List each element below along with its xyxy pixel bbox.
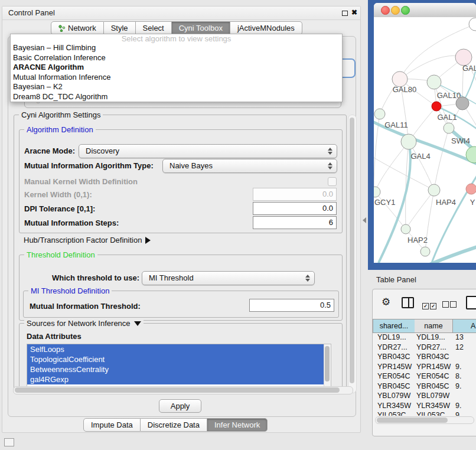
table-cell: YBL079W <box>377 391 410 401</box>
algorithm-option[interactable]: Bayesian – Hill Climbing <box>11 43 342 53</box>
split-columns-icon[interactable] <box>402 297 414 308</box>
mi-threshold-group: MI Threshold Definition Mutual Informati… <box>23 291 339 318</box>
table-row[interactable]: YDL19...YDL19...13 <box>373 332 476 343</box>
algorithm-option-selected[interactable]: ARACNE Algorithm <box>11 63 342 73</box>
network-node-label: GAL <box>462 64 476 73</box>
network-window-titlebar[interactable] <box>374 3 476 18</box>
attribute-item[interactable]: gal4RGexp <box>27 374 324 384</box>
tab-style[interactable]: Style <box>104 21 136 35</box>
network-edge[interactable] <box>374 158 434 190</box>
network-node-gal[interactable] <box>455 49 472 66</box>
attribute-item[interactable]: BetweennessCentrality <box>27 364 324 374</box>
attribute-item[interactable]: SelfLoops <box>27 344 324 354</box>
mi-steps-field[interactable]: 6 <box>253 216 337 229</box>
close-window-icon[interactable] <box>381 6 390 15</box>
table-cell: YER054C <box>416 371 449 381</box>
network-node[interactable] <box>432 102 441 111</box>
attribute-item[interactable]: TopologicalCoefficient <box>27 354 324 364</box>
settings-vscrollbar-thumb[interactable] <box>350 118 354 383</box>
table-cell: 13 <box>455 332 464 343</box>
settings-vscrollbar[interactable] <box>348 115 357 393</box>
which-threshold-combo[interactable]: MI Threshold <box>142 271 315 285</box>
tab-cyni-toolbox-label: Cyni Toolbox <box>179 24 223 32</box>
network-node-gal10[interactable] <box>427 75 441 89</box>
network-edge[interactable] <box>409 142 434 190</box>
attributes-list[interactable]: SelfLoops TopologicalCoefficient Between… <box>27 344 331 387</box>
table-cell: YBR043C <box>377 352 410 362</box>
gear-icon[interactable]: ⚙ <box>382 297 390 307</box>
algorithm-option[interactable]: Bayesian – K2 <box>11 82 342 92</box>
tab-jactivemnodules[interactable]: jActiveMNodules <box>230 21 302 35</box>
network-node-gal11[interactable] <box>374 109 385 119</box>
network-node-gcy1[interactable] <box>374 187 380 197</box>
network-canvas[interactable]: GALGAL80GAL10GAL1GAL11SWI4GAL4GCY1HAP4YH… <box>374 17 476 263</box>
sources-group-title[interactable]: Sources for Network Inference <box>24 319 144 328</box>
table-row[interactable]: YIL053CYIL053C9 <box>373 410 476 416</box>
table-hscrollbar[interactable] <box>375 416 474 424</box>
network-edge[interactable] <box>434 128 449 190</box>
checked-columns-icon[interactable]: ✓✓ <box>422 299 438 310</box>
new-table-icon[interactable] <box>466 296 476 309</box>
list-vscrollbar-thumb[interactable] <box>325 346 330 381</box>
unchecked-columns-icon[interactable] <box>442 299 458 310</box>
manual-kernel-checkbox[interactable] <box>328 177 337 186</box>
table-toolbar: ⚙ ✓✓ <box>373 289 476 317</box>
float-panel-icon[interactable] <box>342 11 348 16</box>
tab-network[interactable]: Network <box>51 21 104 35</box>
mi-type-combo[interactable]: Naive Bayes <box>162 159 337 173</box>
bottom-tab-discretize-data[interactable]: Discretize Data <box>141 418 207 432</box>
tab-select[interactable]: Select <box>136 21 172 35</box>
divider-collapse-icon[interactable] <box>363 217 366 223</box>
network-node[interactable] <box>456 97 469 110</box>
bottom-tab-discretize-label: Discretize Data <box>148 420 200 429</box>
table-hscrollbar-thumb[interactable] <box>377 418 448 423</box>
zoom-window-icon[interactable] <box>401 6 410 15</box>
dpi-tolerance-label: DPI Tolerance [0,1]: <box>24 204 95 213</box>
table-row[interactable]: YPR145WYPR145W9. <box>373 362 476 372</box>
table-row[interactable]: YLR345WYLR345W9. <box>373 401 476 411</box>
network-node-gal4[interactable] <box>401 134 416 149</box>
network-edge[interactable] <box>375 142 409 192</box>
table-row[interactable]: YDR27...YDR27...12 <box>373 343 476 353</box>
mi-steps-label: Mutual Information Steps: <box>24 219 119 227</box>
tab-style-label: Style <box>111 24 128 32</box>
column-header-extra[interactable]: A <box>453 319 476 333</box>
settings-hscrollbar-thumb[interactable] <box>15 387 340 393</box>
hub-section-toggle[interactable]: Hub/Transcription Factor Definition <box>24 236 151 244</box>
network-edge[interactable] <box>406 190 434 229</box>
table-row[interactable]: YBR045CYBR045C9. <box>373 381 476 392</box>
apply-button[interactable]: Apply <box>159 399 201 413</box>
network-node-label: HAP4 <box>436 198 456 207</box>
network-node[interactable] <box>469 18 476 31</box>
minimize-window-icon[interactable] <box>391 6 400 15</box>
column-header-name[interactable]: name <box>415 319 453 333</box>
algorithm-option[interactable]: Basic Correlation Inference <box>11 53 342 63</box>
algorithm-definition-title: Algorithm Definition <box>24 125 96 134</box>
tab-cyni-toolbox[interactable]: Cyni Toolbox <box>172 21 230 35</box>
bottom-tab-impute-data[interactable]: Impute Data <box>83 418 141 432</box>
settings-hscrollbar[interactable] <box>13 386 353 394</box>
close-panel-icon[interactable]: ✖ <box>351 8 357 17</box>
collapsed-panel-icon[interactable] <box>4 438 14 446</box>
table-cell: YLR345W <box>416 401 450 411</box>
bottom-tab-infer-network[interactable]: Infer Network <box>207 418 268 432</box>
dpi-tolerance-field[interactable]: 0.0 <box>253 202 337 215</box>
algorithm-option[interactable]: Dream8 DC_TDC Algorithm <box>11 92 342 102</box>
table-row[interactable]: YER054CYER054C8. <box>373 371 476 381</box>
column-header-shared-name[interactable]: shared... <box>373 319 415 333</box>
network-node[interactable] <box>420 247 430 256</box>
algorithm-option[interactable]: Mutual Information Inference <box>11 73 342 83</box>
network-node-gal1[interactable] <box>444 123 454 133</box>
network-node-hap2[interactable] <box>401 224 410 234</box>
list-vscrollbar[interactable] <box>324 344 331 387</box>
network-node-y[interactable] <box>466 184 476 194</box>
kernel-width-field[interactable]: 0.0 <box>253 188 337 201</box>
network-node-hap4[interactable] <box>428 184 440 196</box>
table-body[interactable]: YDL19...YDL19...13YDR27...YDR27...12YBR0… <box>373 332 476 416</box>
mi-threshold-field[interactable]: 0.5 <box>249 299 334 312</box>
tab-select-label: Select <box>143 24 164 32</box>
aracne-mode-combo[interactable]: Discovery <box>79 144 337 158</box>
table-row[interactable]: YBL079WYBL079W <box>373 391 476 401</box>
table-row[interactable]: YBR043CYBR043C <box>373 352 476 362</box>
table-cell: YPR145W <box>416 362 451 372</box>
